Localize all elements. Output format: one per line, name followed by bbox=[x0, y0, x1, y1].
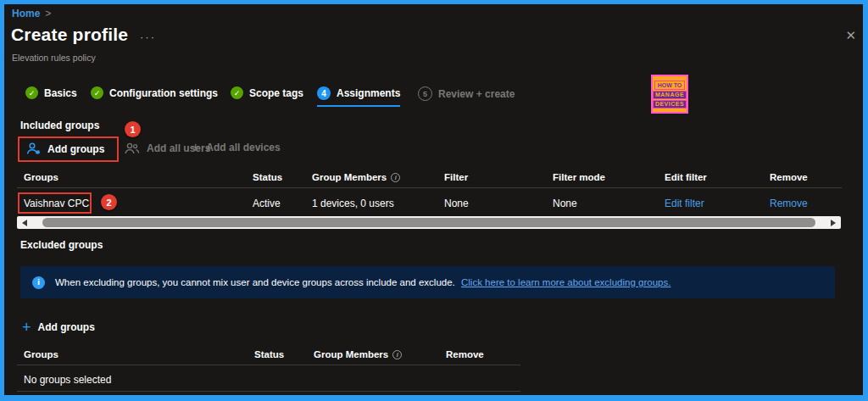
empty-state-text: No groups selected bbox=[24, 374, 111, 386]
horizontal-scrollbar[interactable] bbox=[17, 216, 841, 229]
check-icon: ✓ bbox=[91, 86, 103, 99]
info-icon[interactable]: i bbox=[391, 173, 400, 182]
filter-mode-cell: None bbox=[553, 198, 577, 209]
filter-cell: None bbox=[444, 198, 469, 209]
add-groups-button[interactable]: Add groups bbox=[26, 142, 104, 155]
scroll-right-arrow-icon[interactable] bbox=[831, 220, 836, 226]
person-add-icon bbox=[26, 142, 41, 155]
column-header-remove: Remove bbox=[446, 349, 484, 359]
column-header-groups: Groups bbox=[24, 349, 58, 359]
tab-scope-tags-label: Scope tags bbox=[249, 87, 303, 99]
column-header-edit-filter: Edit filter bbox=[665, 172, 707, 182]
breadcrumb-home-link[interactable]: Home bbox=[12, 8, 40, 19]
tab-assignments[interactable]: 4 Assignments bbox=[317, 86, 400, 107]
excluded-add-groups-button[interactable]: + Add groups bbox=[22, 321, 95, 333]
column-header-filter-mode: Filter mode bbox=[553, 172, 605, 182]
group-name-cell: Vaishnav CPC bbox=[24, 198, 89, 209]
column-header-group-members: Group Members i bbox=[314, 349, 402, 359]
column-header-group-members: Group Members i bbox=[312, 172, 400, 182]
check-icon: ✓ bbox=[231, 86, 243, 99]
info-banner-icon: i bbox=[32, 276, 45, 289]
annotation-badge-2: 2 bbox=[101, 194, 117, 210]
tab-basics-label: Basics bbox=[44, 87, 77, 99]
annotation-badge-1: 1 bbox=[125, 121, 141, 137]
breadcrumb: Home> bbox=[12, 8, 51, 19]
group-members-cell: 1 devices, 0 users bbox=[312, 198, 394, 209]
step-number-icon: 4 bbox=[317, 86, 331, 100]
tab-basics[interactable]: ✓ Basics bbox=[25, 86, 77, 104]
htmd-logo: HOW TO MANAGE DEVICES bbox=[651, 75, 688, 114]
check-icon: ✓ bbox=[25, 86, 38, 99]
scroll-left-arrow-icon[interactable] bbox=[22, 220, 27, 226]
tab-configuration-settings-label: Configuration settings bbox=[109, 87, 218, 99]
divider bbox=[17, 365, 520, 365]
page-subtitle: Elevation rules policy bbox=[12, 53, 96, 63]
tab-configuration-settings[interactable]: ✓ Configuration settings bbox=[91, 86, 218, 104]
info-icon[interactable]: i bbox=[392, 350, 402, 359]
breadcrumb-chevron-icon: > bbox=[45, 8, 51, 19]
excluded-add-groups-label: Add groups bbox=[38, 321, 95, 333]
htmd-logo-line3: DEVICES bbox=[653, 100, 687, 109]
add-all-devices-button[interactable]: + Add all devices bbox=[192, 142, 281, 153]
info-banner: i When excluding groups, you cannot mix … bbox=[20, 266, 835, 298]
divider bbox=[17, 391, 520, 392]
step-number-icon: 5 bbox=[418, 86, 432, 101]
close-icon[interactable]: ✕ bbox=[845, 28, 856, 43]
page-title: Create profile bbox=[11, 25, 128, 45]
column-header-filter: Filter bbox=[444, 172, 468, 182]
info-banner-text: When excluding groups, you cannot mix us… bbox=[55, 277, 670, 287]
column-header-status: Status bbox=[254, 349, 284, 359]
column-header-remove: Remove bbox=[770, 172, 808, 182]
column-header-groups: Groups bbox=[24, 172, 58, 182]
htmd-logo-line1: HOW TO bbox=[654, 81, 686, 90]
plus-icon: + bbox=[22, 321, 31, 333]
divider bbox=[17, 187, 842, 188]
tab-review-create[interactable]: 5 Review + create bbox=[418, 86, 515, 106]
column-header-status: Status bbox=[253, 172, 282, 182]
people-icon bbox=[125, 142, 140, 154]
create-profile-panel: Home> Create profile ··· ✕ Elevation rul… bbox=[0, 0, 868, 401]
info-banner-link[interactable]: Click here to learn more about excluding… bbox=[461, 277, 670, 287]
tab-scope-tags[interactable]: ✓ Scope tags bbox=[231, 86, 303, 104]
included-groups-heading: Included groups bbox=[20, 120, 99, 131]
tab-assignments-label: Assignments bbox=[337, 87, 400, 99]
plus-icon: + bbox=[192, 142, 199, 153]
excluded-groups-heading: Excluded groups bbox=[20, 239, 103, 251]
edit-filter-link[interactable]: Edit filter bbox=[665, 198, 704, 209]
htmd-logo-line2: MANAGE bbox=[653, 91, 687, 99]
add-groups-label: Add groups bbox=[47, 143, 104, 155]
scrollbar-thumb[interactable] bbox=[42, 218, 815, 227]
column-header-group-members-label: Group Members bbox=[312, 172, 387, 182]
column-header-group-members-label: Group Members bbox=[314, 349, 388, 359]
more-options-button[interactable]: ··· bbox=[140, 31, 156, 43]
info-banner-message: When excluding groups, you cannot mix us… bbox=[55, 277, 455, 287]
status-cell: Active bbox=[253, 198, 281, 209]
tab-review-create-label: Review + create bbox=[438, 88, 515, 100]
add-all-devices-label: Add all devices bbox=[206, 142, 280, 153]
remove-link[interactable]: Remove bbox=[770, 198, 808, 209]
